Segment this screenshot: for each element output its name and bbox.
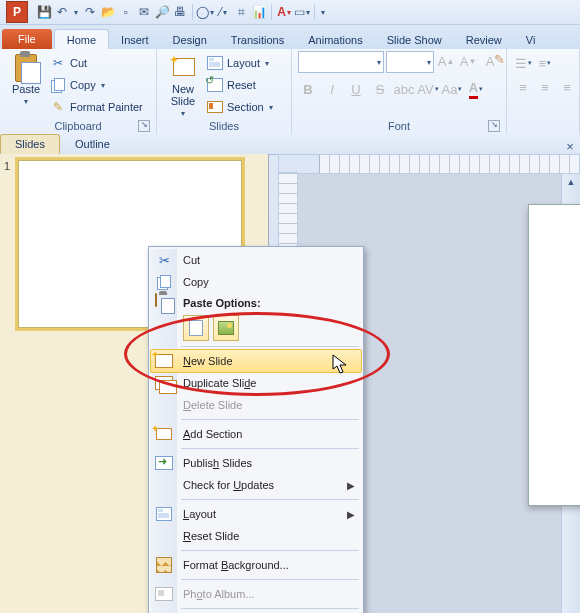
group-paragraph-label <box>513 118 573 135</box>
menu-separator <box>181 346 359 347</box>
group-font: ▾ ▾ A▲ A▼ A✎ B I U S abc AV▾ Aa▾ A▾ Font… <box>292 49 507 135</box>
reset-icon <box>207 77 223 93</box>
font-size-combo[interactable]: ▾ <box>386 51 434 73</box>
quick-print-icon[interactable]: 🖶 <box>172 4 188 20</box>
line-dropdown-icon[interactable]: ∕ <box>215 4 231 20</box>
new-slide-label: New Slide <box>171 83 195 107</box>
clear-formatting-button[interactable]: A✎ <box>480 51 500 71</box>
tab-pane-slides[interactable]: Slides <box>0 134 60 154</box>
undo-icon[interactable]: ↶ <box>54 4 70 20</box>
menu-paste-options-header: Paste Options: <box>151 293 361 313</box>
bullets-button[interactable]: ☰▾ <box>513 53 533 73</box>
chart-icon[interactable]: 📊 <box>251 4 267 20</box>
copy-icon <box>155 273 173 291</box>
group-clipboard: Paste ▾ Cut Copy ▾ Format Painter C <box>0 49 157 135</box>
tab-transitions[interactable]: Transitions <box>219 30 296 49</box>
menu-format-background[interactable]: Format Background... <box>151 554 361 576</box>
open-icon[interactable]: 📂 <box>100 4 116 20</box>
print-preview-icon[interactable]: 🔎 <box>154 4 170 20</box>
new-slide-dropdown-icon[interactable]: ▾ <box>181 109 185 118</box>
menu-publish-slides[interactable]: Publish Slides <box>151 452 361 474</box>
undo-dropdown-icon[interactable]: ▾ <box>72 4 80 20</box>
cut-button[interactable]: Cut <box>46 53 147 73</box>
menu-duplicate-slide[interactable]: Duplicate Slide <box>151 372 361 394</box>
section-button[interactable]: Section▾ <box>203 97 277 117</box>
font-family-combo[interactable]: ▾ <box>298 51 384 73</box>
qat-customize-icon[interactable]: ▾ <box>319 4 327 20</box>
group-font-label: Font↘ <box>298 118 500 135</box>
group-slides: ✦ New Slide ▾ Layout▾ Reset Section▾ <box>157 49 292 135</box>
underline-button[interactable]: U <box>346 79 366 99</box>
italic-button[interactable]: I <box>322 79 342 99</box>
cut-icon <box>155 251 173 269</box>
new-slide-icon: ✦ <box>170 54 196 80</box>
shape-dropdown-icon[interactable]: ◯ <box>197 4 213 20</box>
qat-separator <box>192 4 193 20</box>
email-icon[interactable]: ✉ <box>136 4 152 20</box>
align-right-button[interactable]: ≡ <box>557 77 577 97</box>
section-label: Section <box>227 101 264 113</box>
align-left-button[interactable]: ≡ <box>513 77 533 97</box>
reset-button[interactable]: Reset <box>203 75 277 95</box>
copy-label: Copy <box>70 79 96 91</box>
grow-font-button[interactable]: A▲ <box>436 51 456 71</box>
menu-check-for-updates[interactable]: Check for Updates ▶ <box>151 474 361 496</box>
bold-button[interactable]: B <box>298 79 318 99</box>
format-painter-icon <box>50 99 66 115</box>
tab-view[interactable]: Vi <box>514 30 548 49</box>
pane-close-button[interactable]: × <box>560 139 580 154</box>
menu-separator <box>181 550 359 551</box>
paposition-icon <box>155 294 173 312</box>
char-spacing-button[interactable]: AV▾ <box>418 79 438 99</box>
menu-layout[interactable]: Layout ▶ <box>151 503 361 525</box>
tab-pane-outline[interactable]: Outline <box>60 134 125 154</box>
numbering-button[interactable]: ≡▾ <box>535 53 555 73</box>
tab-home[interactable]: Home <box>54 29 109 49</box>
new-icon[interactable]: ▫ <box>118 4 134 20</box>
tab-file[interactable]: File <box>2 29 52 49</box>
layout-icon <box>207 55 223 71</box>
tab-insert[interactable]: Insert <box>109 30 161 49</box>
publish-slides-icon <box>155 454 173 472</box>
save-icon[interactable]: 💾 <box>36 4 52 20</box>
menu-reset-slide[interactable]: Reset Slide <box>151 525 361 547</box>
paste-label: Paste <box>12 83 40 95</box>
shape-fill-icon[interactable]: ▭ <box>294 4 310 20</box>
font-color-icon[interactable]: A <box>276 4 292 20</box>
clipboard-launcher-icon[interactable]: ↘ <box>138 120 150 132</box>
cut-icon <box>50 55 66 71</box>
layout-label: Layout <box>227 57 260 69</box>
menu-new-slide[interactable]: New Slide <box>150 349 362 373</box>
menu-cut[interactable]: Cut <box>151 249 361 271</box>
shadow-button[interactable]: abc <box>394 79 414 99</box>
title-bar: 💾 ↶ ▾ ↷ 📂 ▫ ✉ 🔎 🖶 ◯ ∕ ⌗ 📊 A ▭ ▾ <box>0 0 580 25</box>
reset-label: Reset <box>227 79 256 91</box>
submenu-arrow-icon: ▶ <box>347 509 355 520</box>
copy-button[interactable]: Copy ▾ <box>46 75 147 95</box>
paste-button[interactable]: Paste ▾ <box>6 51 46 106</box>
slide-canvas[interactable] <box>528 204 580 506</box>
group-icon[interactable]: ⌗ <box>233 4 249 20</box>
tab-review[interactable]: Review <box>454 30 514 49</box>
menu-add-section[interactable]: Add Section <box>151 423 361 445</box>
change-case-button[interactable]: Aa▾ <box>442 79 462 99</box>
paste-picture[interactable] <box>213 315 239 341</box>
paste-use-destination-theme[interactable] <box>183 315 209 341</box>
paste-dropdown-icon[interactable]: ▾ <box>24 97 28 106</box>
new-slide-button[interactable]: ✦ New Slide ▾ <box>163 51 203 118</box>
ribbon: Paste ▾ Cut Copy ▾ Format Painter C <box>0 49 580 136</box>
menu-copy[interactable]: Copy <box>151 271 361 293</box>
section-icon <box>207 99 223 115</box>
font-launcher-icon[interactable]: ↘ <box>488 120 500 132</box>
format-painter-button[interactable]: Format Painter <box>46 97 147 117</box>
layout-button[interactable]: Layout▾ <box>203 53 277 73</box>
redo-icon[interactable]: ↷ <box>82 4 98 20</box>
align-center-button[interactable]: ≡ <box>535 77 555 97</box>
shrink-font-button[interactable]: A▼ <box>458 51 478 71</box>
tab-animations[interactable]: Animations <box>296 30 374 49</box>
tab-design[interactable]: Design <box>161 30 219 49</box>
strike-button[interactable]: S <box>370 79 390 99</box>
menu-photo-album: Photo Album... <box>151 583 361 605</box>
tab-slideshow[interactable]: Slide Show <box>375 30 454 49</box>
font-color-button[interactable]: A▾ <box>466 79 486 99</box>
